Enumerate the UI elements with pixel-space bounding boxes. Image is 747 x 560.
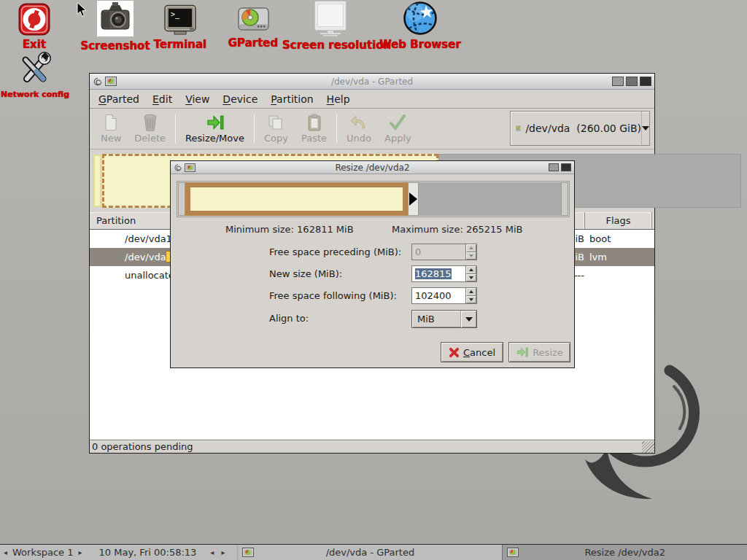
slider-free-space-area[interactable] <box>419 182 561 216</box>
taskbar-item-gparted[interactable]: /dev/vda - GParted <box>237 545 502 560</box>
free-space-following-row: Free space following (MiB): 102400 <box>171 287 574 305</box>
task-title: Resize /dev/vda2 <box>503 547 747 558</box>
resize-slider-widget <box>177 181 570 217</box>
device-selector[interactable]: /dev/vda (260.00 GiB) <box>510 111 650 146</box>
resize-grip[interactable] <box>642 441 654 453</box>
maximum-size-label: Maximum size: 265215 MiB <box>392 224 522 235</box>
slider-right-cap <box>561 182 568 216</box>
field-label: New size (MiB): <box>269 268 342 279</box>
field-label: Free space preceding (MiB): <box>269 246 401 257</box>
workspace-next-arrow[interactable]: ▸ <box>75 548 86 556</box>
free-space-preceding-spinbox[interactable]: 0 <box>411 244 477 260</box>
desktop-icon-label: Web Browser <box>374 38 467 51</box>
desktop: Exit Screenshot >_ Terminal <box>0 0 747 560</box>
slider-drag-handle[interactable] <box>408 182 419 216</box>
toolbar-separator <box>336 114 337 144</box>
device-size: (260.00 GiB) <box>576 122 641 134</box>
globe-icon <box>402 1 438 36</box>
new-size-spinbox[interactable]: 162815 <box>411 265 477 282</box>
spin-up-button[interactable] <box>466 288 476 296</box>
menubar: GParted Edit View Device Partition Help <box>90 90 654 109</box>
spin-up-button[interactable] <box>466 244 476 252</box>
toolbar-separator <box>175 114 176 144</box>
menu-partition[interactable]: Partition <box>264 91 320 107</box>
desktop-icon-label: Network config <box>1 90 69 99</box>
pager-next-arrow[interactable]: ▸ <box>217 548 228 556</box>
paste-button[interactable]: Paste <box>295 111 333 147</box>
slider-partition-area[interactable] <box>185 182 408 216</box>
align-to-dropdown[interactable]: MiB <box>411 310 477 328</box>
dialog-title: Resize /dev/vda2 <box>171 163 574 173</box>
minimize-button[interactable] <box>612 77 624 86</box>
undo-icon <box>350 114 368 131</box>
clock: 10 May, Fri 00:58:13 <box>99 547 197 558</box>
paste-icon <box>307 114 322 131</box>
spin-down-button[interactable] <box>466 274 476 282</box>
menu-device[interactable]: Device <box>216 91 264 107</box>
desktop-icon-exit[interactable]: Exit <box>9 3 60 51</box>
gparted-app-icon <box>185 163 196 172</box>
free-space-following-spinbox[interactable]: 102400 <box>411 287 477 304</box>
statusbar: 0 operations pending <box>90 440 654 453</box>
delete-button[interactable]: Delete <box>128 111 172 147</box>
toolbar: New Delete Resize/Move Copy Paste <box>90 109 654 149</box>
slider-left-cap <box>178 182 185 216</box>
main-window-titlebar[interactable]: /dev/vda - GParted <box>90 74 654 90</box>
taskbar-item-resize-dialog[interactable]: Resize /dev/vda2 <box>502 545 747 560</box>
resize-move-button[interactable]: Resize/Move <box>179 111 251 147</box>
spin-up-button[interactable] <box>466 266 476 274</box>
wm-spiral-icon <box>93 77 103 87</box>
desktop-icon-screenshot[interactable]: Screenshot <box>80 1 150 52</box>
resize-button[interactable]: Resize <box>508 342 570 362</box>
toolbar-separator <box>254 114 255 144</box>
flags-value: boot <box>589 233 611 244</box>
device-selector-dropdown[interactable] <box>641 112 649 145</box>
desktop-icon-gparted[interactable]: GParted <box>222 5 285 50</box>
dialog-close-button[interactable] <box>561 163 571 171</box>
spin-down-button[interactable] <box>466 252 476 260</box>
free-space-preceding-row: Free space preceding (MiB): 0 <box>171 244 574 261</box>
main-window-title: /dev/vda - GParted <box>90 77 654 87</box>
drive-icon <box>516 121 521 136</box>
new-page-icon <box>103 114 119 131</box>
tools-icon <box>17 51 53 88</box>
trash-icon <box>143 114 158 131</box>
mouse-cursor <box>77 2 87 18</box>
desktop-icon-screen-resolution[interactable]: Screen resolution <box>282 1 379 52</box>
gparted-drive-icon <box>237 5 270 34</box>
field-label: Align to: <box>269 313 309 324</box>
desktop-icon-terminal[interactable]: >_ Terminal <box>150 4 211 51</box>
pager-prev-arrow[interactable]: ◂ <box>206 548 217 556</box>
spin-down-button[interactable] <box>466 296 476 304</box>
workspace-prev-arrow[interactable]: ◂ <box>0 548 11 556</box>
gparted-app-icon <box>105 77 117 86</box>
undo-button[interactable]: Undo <box>340 111 378 147</box>
resize-dialog: Resize /dev/vda2 Minimum size: 162811 Mi… <box>170 160 575 368</box>
desktop-icon-network-config[interactable]: Network config <box>1 51 69 99</box>
menu-edit[interactable]: Edit <box>146 91 179 107</box>
cancel-x-icon <box>449 347 460 358</box>
menu-view[interactable]: View <box>179 91 216 107</box>
dialog-maximize-button[interactable] <box>549 163 559 171</box>
dialog-titlebar[interactable]: Resize /dev/vda2 <box>171 161 574 174</box>
handle-arrow-icon <box>409 192 417 206</box>
partition-segment-vda1[interactable] <box>93 155 101 207</box>
desktop-icon-label: Screen resolution <box>282 39 379 52</box>
resize-arrow-icon <box>516 346 529 358</box>
new-button[interactable]: New <box>94 111 128 147</box>
copy-icon <box>267 114 285 131</box>
column-header-flags[interactable]: Flags <box>585 212 652 229</box>
align-to-row: Align to: MiB <box>171 310 574 327</box>
apply-check-icon <box>389 114 406 131</box>
chevron-down-icon <box>465 317 473 322</box>
desktop-icon-label: Terminal <box>150 38 211 51</box>
wm-spiral-icon <box>174 163 182 172</box>
copy-button[interactable]: Copy <box>258 111 295 147</box>
maximize-button[interactable] <box>626 77 638 86</box>
cancel-button[interactable]: Cancel <box>441 342 503 362</box>
menu-gparted[interactable]: GParted <box>92 91 146 107</box>
close-button[interactable] <box>640 77 651 86</box>
apply-button[interactable]: Apply <box>378 111 418 147</box>
desktop-icon-web-browser[interactable]: Web Browser <box>374 1 467 51</box>
menu-help[interactable]: Help <box>320 91 357 107</box>
